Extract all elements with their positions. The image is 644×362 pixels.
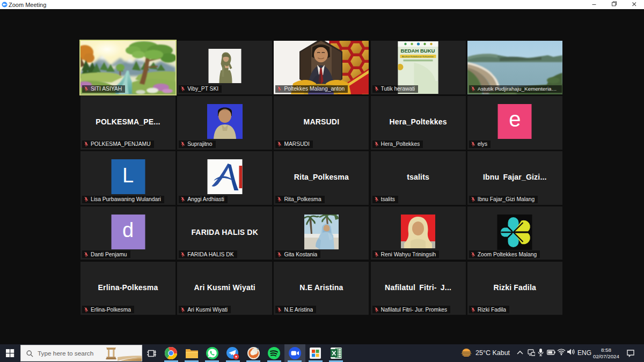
- svg-text:Asuhan Kebidanan Kehamilan: Asuhan Kebidanan Kehamilan: [402, 55, 434, 58]
- svg-text:BEDAH BUKU: BEDAH BUKU: [401, 48, 435, 54]
